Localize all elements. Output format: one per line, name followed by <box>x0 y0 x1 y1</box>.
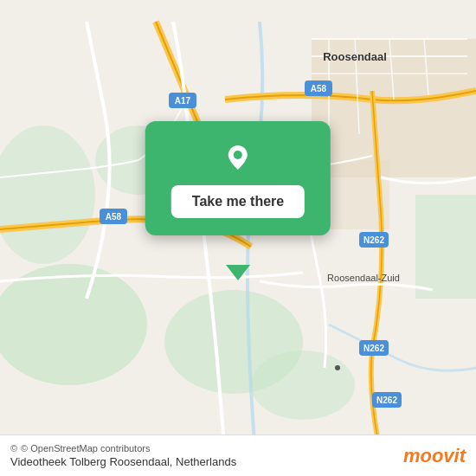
svg-point-4 <box>251 351 355 420</box>
svg-text:Roosendaal-Zuid: Roosendaal-Zuid <box>327 273 400 283</box>
location-name-text: Videotheek Tolberg Roosendaal, Netherlan… <box>10 455 236 468</box>
svg-point-30 <box>335 365 340 370</box>
location-pin-icon <box>219 138 257 177</box>
bottom-bar: © © OpenStreetMap contributors Videothee… <box>0 434 476 476</box>
svg-point-32 <box>234 151 242 159</box>
map-container: A17 A58 A58 N262 N262 N262 Roosendaal Ro… <box>0 0 476 476</box>
moovit-text: moovit <box>403 445 466 467</box>
svg-text:N262: N262 <box>376 396 397 405</box>
osm-copyright-text: © OpenStreetMap contributors <box>21 443 150 453</box>
popup-card: Take me there <box>145 121 331 235</box>
copyright-symbol: © <box>10 443 17 453</box>
svg-text:A58: A58 <box>311 84 327 93</box>
moovit-logo: moovit <box>403 445 466 467</box>
svg-text:A58: A58 <box>106 212 122 222</box>
map-svg: A17 A58 A58 N262 N262 N262 Roosendaal Ro… <box>0 0 476 476</box>
svg-text:N262: N262 <box>363 235 384 245</box>
popup-tail <box>226 265 250 280</box>
svg-text:N262: N262 <box>363 344 384 353</box>
svg-rect-5 <box>415 195 476 299</box>
svg-text:Roosendaal: Roosendaal <box>323 50 387 63</box>
copyright-area: © © OpenStreetMap contributors <box>10 443 236 453</box>
take-me-there-button[interactable]: Take me there <box>171 185 305 218</box>
svg-text:A17: A17 <box>175 96 191 106</box>
